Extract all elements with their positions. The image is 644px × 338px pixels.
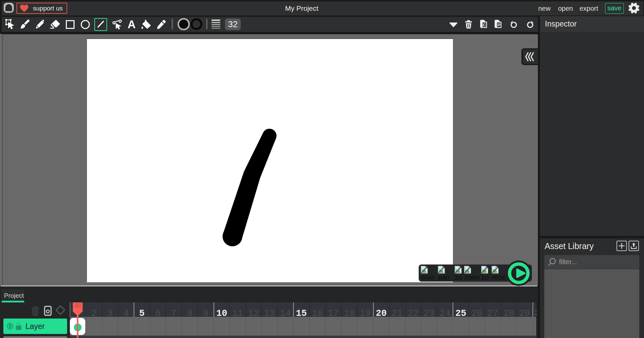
svg-text:C: C bbox=[483, 22, 486, 28]
svg-text:P: P bbox=[497, 22, 500, 28]
